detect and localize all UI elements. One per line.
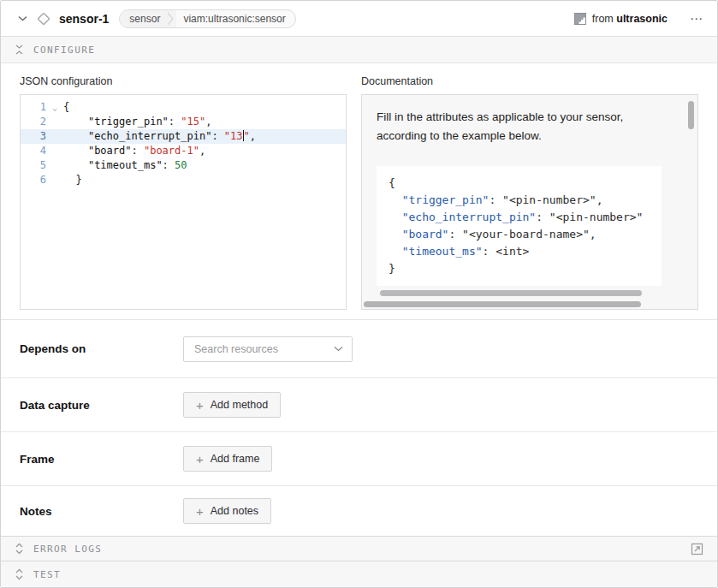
editor-line-code: "board": "board-1",	[63, 144, 205, 158]
depends-on-placeholder: Search resources	[194, 343, 334, 355]
model-badge-label: viam:ultrasonic:sensor	[176, 10, 294, 27]
component-type-badge: sensor viam:ultrasonic:sensor	[119, 9, 295, 28]
depends-on-label: Depends on	[20, 342, 183, 355]
data-capture-row: Data capture + Add method	[1, 378, 717, 432]
add-frame-button-label: Add frame	[211, 453, 260, 465]
module-icon	[574, 13, 586, 25]
doc-code-line: }	[389, 260, 662, 277]
from-prefix: from	[592, 13, 614, 25]
editor-line[interactable]: 6 }	[21, 173, 346, 187]
editor-line-code: {	[63, 100, 69, 115]
error-logs-section-label: ERROR LOGS	[33, 543, 102, 555]
component-name: sensor-1	[59, 12, 109, 26]
from-module-text: from ultrasonic	[592, 13, 668, 25]
json-config-label: JSON configuration	[20, 75, 347, 87]
fold-chevron-icon[interactable]: ⌄	[46, 100, 63, 115]
documentation-intro-text: Fill in the attributes as applicable to …	[377, 108, 672, 146]
documentation-body: Fill in the attributes as applicable to …	[362, 95, 697, 296]
fold-gutter	[46, 129, 63, 144]
editor-line-code: "timeout_ms": 50	[63, 158, 187, 173]
editor-line-code: "trigger_pin": "15",	[63, 115, 211, 129]
component-card: sensor-1 sensor viam:ultrasonic:sensor f…	[0, 0, 718, 588]
doc-horizontal-scrollbar[interactable]	[364, 301, 641, 307]
line-number: 5	[21, 158, 46, 173]
configure-section-label: CONFIGURE	[33, 45, 95, 56]
line-number: 6	[21, 173, 46, 187]
editor-line[interactable]: 2 "trigger_pin": "15",	[21, 115, 346, 129]
frame-label: Frame	[20, 453, 183, 466]
fold-gutter	[46, 158, 63, 173]
line-number: 4	[21, 144, 46, 158]
from-module-name: ultrasonic	[616, 13, 668, 25]
doc-code-line: {	[389, 175, 662, 192]
open-logs-external-icon[interactable]	[691, 543, 703, 555]
add-method-button[interactable]: + Add method	[183, 392, 281, 418]
test-section-label: TEST	[33, 569, 61, 580]
notes-label: Notes	[20, 505, 183, 518]
plus-icon: +	[196, 505, 204, 518]
documentation-label: Documentation	[361, 75, 698, 87]
expand-section-icon[interactable]	[15, 568, 24, 580]
line-number: 1	[21, 100, 46, 115]
editor-line[interactable]: 4 "board": "board-1",	[21, 144, 346, 158]
component-header: sensor-1 sensor viam:ultrasonic:sensor f…	[1, 1, 717, 37]
error-logs-section-bar[interactable]: ERROR LOGS	[1, 536, 717, 561]
plus-icon: +	[196, 399, 204, 412]
add-notes-button[interactable]: + Add notes	[183, 498, 271, 524]
doc-code-line: "echo_interrupt_pin": "<pin-number>"	[389, 209, 662, 226]
line-number: 3	[21, 129, 46, 144]
code-horizontal-scrollbar[interactable]	[380, 290, 642, 296]
plus-icon: +	[196, 453, 204, 466]
doc-code-line: "board": "<your-board-name>",	[389, 226, 662, 243]
configure-content: JSON configuration 1⌄{2 "trigger_pin": "…	[1, 63, 717, 320]
frame-row: Frame + Add frame	[1, 432, 717, 486]
add-method-button-label: Add method	[211, 399, 268, 411]
type-badge-label: sensor	[120, 10, 167, 27]
editor-line-code: "echo_interrupt_pin": "13",	[63, 129, 256, 144]
notes-row: Notes + Add notes	[1, 486, 717, 536]
add-frame-button[interactable]: + Add frame	[183, 446, 272, 472]
editor-line-code: }	[63, 173, 82, 187]
configure-section-bar[interactable]: CONFIGURE	[1, 37, 717, 63]
select-chevron-down-icon	[334, 346, 343, 352]
header-right: from ultrasonic ⋯	[574, 13, 703, 25]
doc-code-line: "trigger_pin": "<pin-number>",	[389, 192, 662, 209]
fold-gutter	[46, 144, 63, 158]
depends-on-row: Depends on Search resources	[1, 320, 717, 378]
json-config-editor[interactable]: 1⌄{2 "trigger_pin": "15",3 "echo_interru…	[20, 94, 347, 310]
json-config-column: JSON configuration 1⌄{2 "trigger_pin": "…	[20, 75, 347, 319]
editor-line[interactable]: 5 "timeout_ms": 50	[21, 158, 346, 173]
doc-vertical-scrollbar[interactable]	[688, 101, 694, 129]
editor-line[interactable]: 3 "echo_interrupt_pin": "13",	[21, 129, 346, 144]
add-notes-button-label: Add notes	[211, 505, 258, 517]
expand-section-icon[interactable]	[15, 543, 24, 555]
doc-code-line: "timeout_ms": <int>	[389, 243, 662, 260]
fold-gutter	[46, 115, 63, 129]
fold-gutter	[46, 173, 63, 187]
test-section-bar[interactable]: TEST	[1, 561, 717, 587]
documentation-column: Documentation Fill in the attributes as …	[361, 75, 698, 319]
depends-on-select[interactable]: Search resources	[183, 336, 353, 362]
documentation-code-example: { "trigger_pin": "<pin-number>", "echo_i…	[377, 166, 662, 286]
documentation-panel[interactable]: Fill in the attributes as applicable to …	[361, 94, 698, 310]
component-diamond-icon	[37, 12, 50, 26]
badge-chevron-icon	[167, 10, 176, 27]
overflow-menu-button[interactable]: ⋯	[690, 15, 703, 23]
line-number: 2	[21, 115, 46, 129]
data-capture-label: Data capture	[20, 399, 183, 412]
collapse-section-icon[interactable]	[15, 45, 24, 55]
collapse-chevron-icon[interactable]	[15, 12, 31, 25]
editor-line[interactable]: 1⌄{	[21, 100, 346, 115]
